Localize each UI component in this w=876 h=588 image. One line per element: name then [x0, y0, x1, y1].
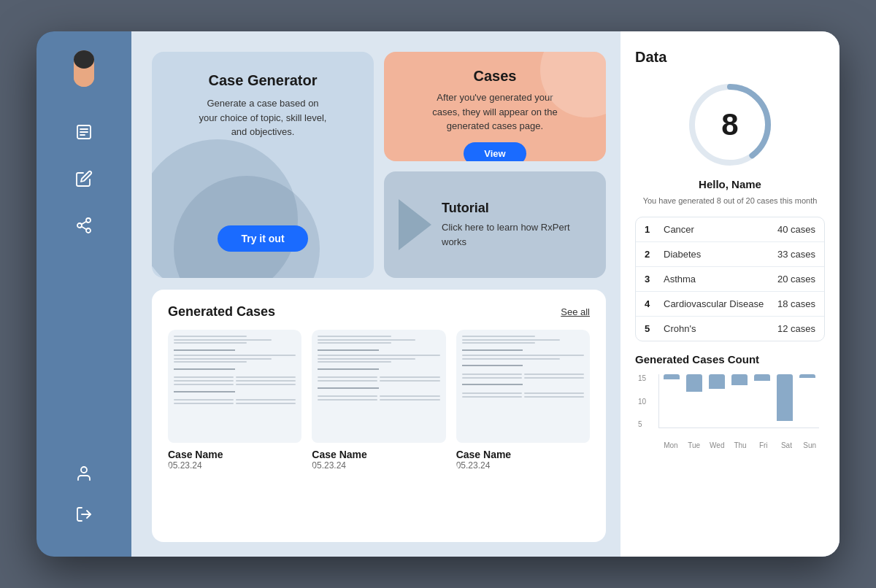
doc-col-line — [524, 392, 584, 394]
subtitle-text: You have generated 8 out of 20 cases thi… — [643, 196, 818, 205]
chart-bar-sun — [799, 374, 815, 378]
data-panel-title: Data — [635, 49, 825, 66]
device-frame: Case Generator Generate a case based on … — [36, 31, 840, 557]
doc-line — [318, 342, 391, 344]
doc-col-line — [462, 396, 522, 398]
sidebar-nav — [71, 119, 97, 460]
case-card-2[interactable]: Case Name 05.23.24 — [312, 330, 445, 471]
disease-list: 1 Cancer 40 cases 2 Diabetes 33 cases 3 … — [635, 217, 825, 341]
chart-label-tue: Tue — [685, 441, 704, 449]
chart-bar-sat — [777, 374, 793, 421]
disease-rank-2: 2 — [645, 249, 656, 260]
doc-col-line — [380, 395, 439, 397]
doc-line — [174, 361, 247, 363]
chart-label-mon: Mon — [661, 441, 680, 449]
right-stack: Cases After you've generated your cases,… — [384, 52, 606, 278]
sidebar-item-notes[interactable] — [71, 119, 97, 145]
doc-line — [462, 358, 560, 360]
doc-line — [318, 339, 415, 341]
doc-section — [174, 368, 235, 370]
try-it-out-button[interactable]: Try it out — [218, 225, 307, 252]
doc-col-line — [174, 399, 234, 401]
doc-section — [318, 368, 379, 370]
sidebar-item-user[interactable] — [71, 460, 97, 487]
donut-chart: 8 — [683, 77, 777, 172]
doc-line — [318, 355, 439, 356]
tutorial-description: Click here to learn how RxPert works — [442, 220, 591, 249]
doc-col-line — [318, 395, 377, 397]
card-cases: Cases After you've generated your cases,… — [384, 52, 606, 161]
doc-line — [462, 342, 535, 344]
chart-label-thu: Thu — [731, 441, 750, 449]
chart-bar-thu — [731, 374, 748, 385]
doc-line — [318, 336, 391, 337]
doc-line — [318, 361, 391, 363]
case-card-3[interactable]: Case Name 05.23.24 — [456, 330, 590, 471]
doc-col-line — [174, 380, 234, 382]
chart-section: Generated Cases Count 15 10 5 — [635, 353, 825, 447]
disease-name-1: Cancer — [664, 224, 770, 235]
doc-col-line — [174, 376, 234, 378]
doc-section — [462, 349, 523, 351]
generated-cases-title: Generated Cases — [168, 304, 275, 320]
doc-line — [174, 355, 296, 356]
sidebar-item-logout[interactable] — [71, 501, 97, 527]
disease-rank-5: 5 — [645, 323, 656, 334]
svg-point-12 — [81, 467, 87, 473]
doc-line — [174, 342, 247, 344]
doc-col-line — [380, 399, 439, 401]
doc-col-line — [318, 399, 377, 401]
logo — [68, 49, 100, 96]
doc-section — [462, 384, 523, 385]
doc-col-line — [380, 380, 439, 382]
doc-col-line — [524, 374, 584, 375]
doc-col-line — [236, 376, 296, 378]
doc-col-line — [236, 384, 296, 385]
case-name-3: Case Name — [456, 449, 590, 460]
doc-col-line — [462, 392, 522, 394]
top-cards: Case Generator Generate a case based on … — [152, 52, 606, 278]
disease-count-5: 12 cases — [777, 323, 815, 334]
doc-line — [462, 355, 584, 356]
doc-col-line — [380, 376, 439, 378]
case-name-2: Case Name — [312, 449, 445, 460]
disease-name-3: Asthma — [664, 274, 770, 285]
doc-line — [174, 358, 272, 360]
doc-col-line — [462, 374, 522, 375]
main-content: Case Generator Generate a case based on … — [131, 31, 840, 557]
doc-section — [174, 391, 235, 392]
case-doc-preview-2 — [312, 330, 445, 443]
see-all-link[interactable]: See all — [561, 306, 590, 317]
case-date-1: 05.23.24 — [168, 460, 301, 471]
disease-item-1: 1 Cancer 40 cases — [636, 217, 824, 242]
card-cases-description: After you've generated your cases, they … — [429, 90, 561, 134]
disease-rank-1: 1 — [645, 224, 656, 235]
chart-label-fri: Fri — [754, 441, 773, 449]
case-doc-preview-3 — [456, 330, 590, 443]
doc-col-line — [236, 399, 296, 401]
disease-count-1: 40 cases — [777, 224, 815, 235]
sidebar-item-share[interactable] — [71, 212, 97, 239]
svg-rect-1 — [74, 50, 94, 69]
disease-count-4: 18 cases — [777, 298, 815, 309]
chart-bar-fri — [754, 374, 770, 381]
chart-y-15: 15 — [638, 374, 646, 382]
chart-label-sat: Sat — [777, 441, 796, 449]
generated-cases-section: Generated Cases See all — [152, 290, 606, 542]
greeting-text: Hello, Name — [699, 178, 761, 190]
sidebar-item-edit[interactable] — [71, 166, 97, 192]
card-tutorial[interactable]: Tutorial Click here to learn how RxPert … — [384, 171, 606, 278]
disease-rank-4: 4 — [645, 298, 656, 309]
arrow-icon — [399, 199, 431, 250]
disease-count-3: 20 cases — [777, 274, 815, 285]
generated-cases-header: Generated Cases See all — [168, 304, 590, 320]
case-card-1[interactable]: Case Name 05.23.24 — [168, 330, 301, 471]
disease-rank-3: 3 — [645, 274, 656, 285]
svg-line-11 — [82, 222, 87, 225]
view-button[interactable]: View — [464, 142, 526, 162]
doc-line — [174, 339, 272, 341]
doc-col-line — [318, 376, 377, 378]
tutorial-text: Tutorial Click here to learn how RxPert … — [442, 201, 591, 249]
chart-y-5: 5 — [638, 420, 646, 428]
case-name-1: Case Name — [168, 449, 301, 460]
